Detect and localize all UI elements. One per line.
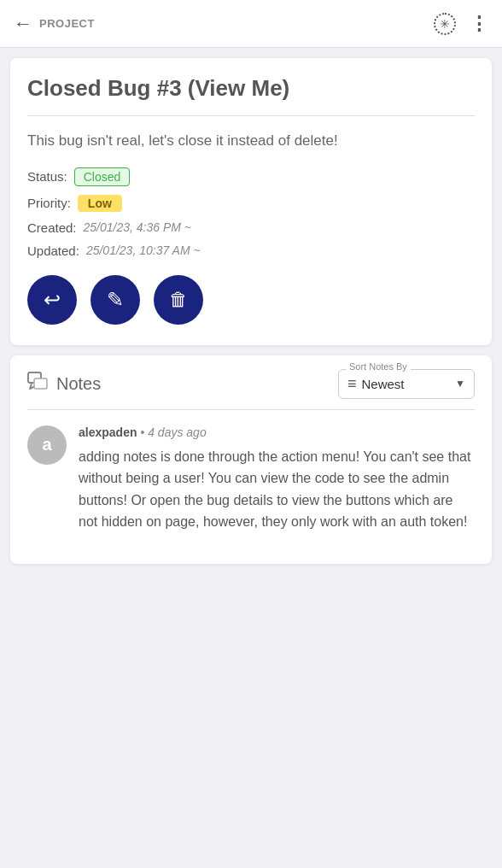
more-options-button[interactable]: ⋮ <box>470 13 488 35</box>
note-author: alexpaden <box>79 425 137 439</box>
delete-icon: 🗑 <box>169 289 188 311</box>
notes-icon <box>27 372 48 396</box>
sort-dropdown[interactable]: Sort Notes By ≡ Newest ▼ <box>338 369 475 399</box>
bug-description: This bug isn't real, let's close it inst… <box>27 130 475 152</box>
app-header: ← PROJECT ✳ ⋮ <box>0 0 502 48</box>
chevron-down-icon: ▼ <box>455 378 465 390</box>
sort-inner: ≡ Newest <box>347 375 405 393</box>
reply-icon: ↩ <box>44 288 61 312</box>
sort-value: Newest <box>362 377 405 391</box>
delete-button[interactable]: 🗑 <box>154 275 203 325</box>
svg-rect-1 <box>34 378 47 389</box>
created-value: 25/01/23, 4:36 PM ~ <box>84 220 191 234</box>
header-left: ← PROJECT <box>14 13 95 35</box>
note-content: alexpaden • 4 days ago adding notes is d… <box>79 425 475 533</box>
bug-title: Closed Bug #3 (View Me) <box>27 75 475 102</box>
reply-button[interactable]: ↩ <box>27 275 77 325</box>
sort-notes-by-label: Sort Notes By <box>346 361 411 372</box>
updated-label: Updated: <box>27 243 79 258</box>
notes-section: Notes Sort Notes By ≡ Newest ▼ a alexpad… <box>10 355 492 564</box>
page-title: PROJECT <box>39 17 95 30</box>
notes-header: Notes Sort Notes By ≡ Newest ▼ <box>27 369 475 399</box>
note-meta: alexpaden • 4 days ago <box>79 425 475 439</box>
note-text: adding notes is done through the action … <box>79 446 475 533</box>
status-row: Status: Closed <box>27 167 475 186</box>
note-time: 4 days ago <box>148 425 207 439</box>
header-right: ✳ ⋮ <box>434 13 488 35</box>
sun-icon: ✳ <box>440 17 450 31</box>
updated-value: 25/01/23, 10:37 AM ~ <box>86 243 201 257</box>
notes-title-group: Notes <box>27 372 101 396</box>
edit-button[interactable]: ✎ <box>90 275 140 325</box>
status-label: Status: <box>27 169 67 184</box>
edit-icon: ✎ <box>107 288 124 312</box>
notes-divider <box>27 409 475 410</box>
back-button[interactable]: ← <box>14 13 32 35</box>
bug-actions: ↩ ✎ 🗑 <box>27 275 475 325</box>
note-separator: • <box>140 425 148 439</box>
theme-toggle-button[interactable]: ✳ <box>434 13 456 35</box>
status-badge: Closed <box>74 167 131 186</box>
priority-badge: Low <box>78 195 122 212</box>
note-entry: a alexpaden • 4 days ago adding notes is… <box>27 425 475 550</box>
priority-label: Priority: <box>27 196 71 210</box>
avatar: a <box>27 425 67 465</box>
created-row: Created: 25/01/23, 4:36 PM ~ <box>27 220 475 235</box>
priority-row: Priority: Low <box>27 195 475 212</box>
title-divider <box>27 115 475 116</box>
notes-label: Notes <box>56 374 101 394</box>
bug-card: Closed Bug #3 (View Me) This bug isn't r… <box>10 58 492 345</box>
sort-lines-icon: ≡ <box>347 375 357 393</box>
updated-row: Updated: 25/01/23, 10:37 AM ~ <box>27 243 475 258</box>
avatar-letter: a <box>42 435 51 455</box>
created-label: Created: <box>27 220 77 235</box>
